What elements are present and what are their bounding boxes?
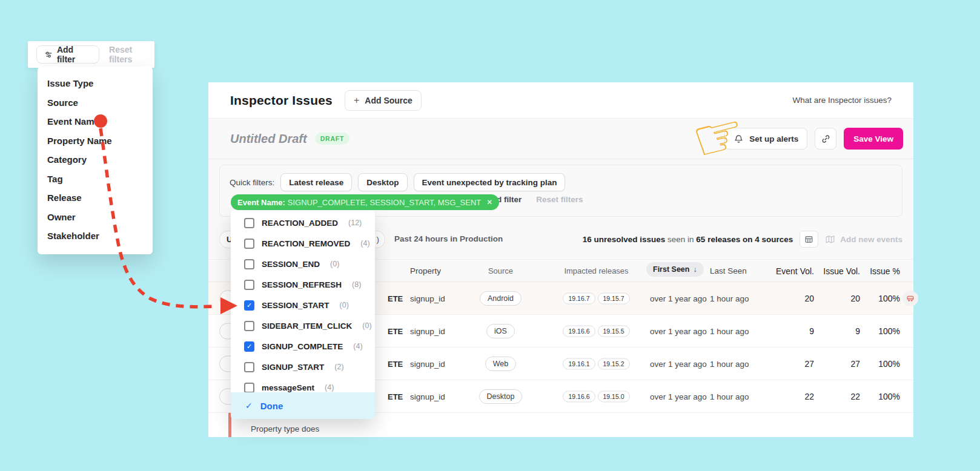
event-option-reaction-removed[interactable]: REACTION_REMOVED(4)	[231, 233, 375, 254]
issue-vol-cell: 27	[820, 359, 860, 369]
property-cell: signup_id	[410, 326, 445, 335]
filter-menu-item-issue-type[interactable]: Issue Type	[38, 74, 153, 93]
impacted-header-label: Impacted releases	[564, 266, 628, 275]
last-seen-cell: 1 hour ago	[710, 294, 749, 303]
filter-menu-item-property-name[interactable]: Property Name	[38, 131, 153, 151]
event-option-session-refresh[interactable]: SESSION_REFRESH(8)	[231, 274, 375, 295]
issue-description-partial: Property type does	[251, 424, 319, 433]
last-seen-cell: 1 hour ago	[710, 392, 749, 401]
checkbox-unchecked[interactable]	[244, 280, 254, 290]
event-option-label: SIDEBAR_ITEM_CLICK	[262, 321, 352, 331]
red-car-icon	[906, 294, 915, 303]
release-chip: 19.16.6	[563, 390, 595, 402]
event-option-signup-complete[interactable]: SIGNUP_COMPLETE(4)	[231, 336, 375, 357]
release-chip: 19.16.7	[563, 292, 595, 304]
source-chip: Android	[480, 291, 521, 306]
done-button[interactable]: ✓ Done	[231, 392, 375, 419]
view-title: Untitled Draft	[230, 132, 307, 146]
filter-menu-item-stakeholder[interactable]: Stakeholder	[38, 226, 153, 246]
page-title: Inspector Issues	[230, 93, 333, 108]
first-seen-cell: over 1 year ago	[650, 294, 707, 303]
issue-pct-cell: 100%	[862, 326, 900, 336]
event-option-count: (2)	[334, 363, 343, 371]
bell-icon	[733, 134, 744, 144]
add-new-events-label: Add new events	[840, 235, 902, 244]
quick-filter-latest-release[interactable]: Latest release	[280, 173, 352, 191]
copy-link-button[interactable]	[815, 128, 836, 150]
add-filter-button[interactable]: Add filter	[36, 45, 99, 64]
event-option-count: (8)	[352, 280, 361, 289]
event-option-count: (0)	[362, 321, 371, 330]
quick-filter-desktop[interactable]: Desktop	[358, 173, 407, 191]
release-chip: 19.15.7	[598, 292, 630, 304]
column-header-impacted-releases: Impacted releases	[558, 266, 634, 275]
what-are-inspector-issues-link[interactable]: What are Inspector issues?	[792, 96, 892, 105]
issue-pct-cell: 100%	[862, 359, 900, 369]
event-name-tail: ETE	[388, 392, 403, 401]
event-option-label: SIGNUP_COMPLETE	[262, 342, 343, 351]
checkbox-unchecked[interactable]	[244, 239, 254, 249]
event-option-session-start[interactable]: SESSION_START(0)	[231, 295, 375, 315]
filter-menu-item-owner[interactable]: Owner	[38, 208, 153, 227]
set-up-alerts-label: Set up alerts	[749, 134, 798, 143]
checkbox-checked[interactable]	[244, 341, 254, 352]
link-icon	[821, 134, 831, 144]
panel-header: Inspector Issues + Add Source What are I…	[208, 82, 913, 119]
draft-badge: DRAFT	[315, 133, 350, 145]
chip-field-label: Event Name:	[237, 198, 285, 207]
save-view-button[interactable]: Save View	[844, 128, 903, 150]
event-option-label: messageSent	[262, 383, 314, 392]
source-chip: iOS	[486, 324, 515, 338]
reset-filters-button-disabled: Reset filters	[109, 45, 154, 64]
filter-type-menu: Issue Type Source Event Name Property Na…	[38, 67, 153, 254]
add-new-events-button-disabled: Add new events	[825, 234, 902, 245]
issue-vol-cell: 9	[820, 326, 860, 336]
event-option-count: (4)	[360, 239, 369, 248]
filter-menu-item-release[interactable]: Release	[38, 188, 153, 208]
last-seen-cell: 1 hour ago	[710, 359, 749, 368]
event-option-label: SESSION_REFRESH	[262, 280, 342, 289]
release-chip: 19.16.6	[563, 325, 595, 337]
issues-summary: 16 unresolved issues seen in 65 releases…	[583, 235, 793, 244]
property-cell: signup_id	[410, 359, 445, 368]
event-name-multiselect-dropdown: REACTION_ADDED(12) REACTION_REMOVED(4) S…	[231, 210, 375, 419]
checkbox-unchecked[interactable]	[244, 218, 254, 228]
car-icon-badge	[902, 291, 918, 306]
filter-menu-item-source[interactable]: Source	[38, 93, 153, 113]
filter-menu-item-category[interactable]: Category	[38, 150, 153, 170]
column-header-event-vol: Event Vol.	[772, 266, 814, 276]
add-filter-label: Add filter	[57, 45, 91, 64]
filter-menu-item-event-name[interactable]: Event Name	[38, 112, 153, 131]
chip-values: SIGNUP_COMPLETE, SESSION_START, MSG_SENT	[288, 198, 482, 207]
active-filter-chip-event-name[interactable]: Event Name: SIGNUP_COMPLETE, SESSION_STA…	[231, 194, 499, 210]
issue-vol-cell: 22	[820, 392, 860, 401]
event-option-count: (0)	[330, 260, 339, 268]
summary-count: 16 unresolved issues	[583, 235, 666, 244]
column-header-first-seen-sort[interactable]: First Seen ↓	[646, 262, 704, 277]
event-option-sidebar-item-click[interactable]: SIDEBAR_ITEM_CLICK(0)	[231, 315, 375, 336]
event-option-signup-start[interactable]: SIGNUP_START(2)	[231, 357, 375, 377]
column-header-property: Property	[410, 266, 441, 275]
event-option-session-end[interactable]: SESSION_END(0)	[231, 254, 375, 274]
event-vol-cell: 22	[772, 392, 814, 401]
release-chip: 19.15.2	[598, 358, 630, 369]
add-source-label: Add Source	[365, 96, 412, 105]
set-up-alerts-button[interactable]: Set up alerts	[724, 128, 807, 150]
checkbox-unchecked[interactable]	[244, 383, 254, 393]
event-option-reaction-added[interactable]: REACTION_ADDED(12)	[231, 212, 375, 233]
checkbox-unchecked[interactable]	[244, 259, 254, 269]
first-seen-label: First Seen	[653, 265, 689, 274]
checkbox-unchecked[interactable]	[244, 362, 254, 372]
checkbox-unchecked[interactable]	[244, 321, 254, 331]
filter-menu-item-tag[interactable]: Tag	[38, 170, 153, 189]
table-view-button[interactable]	[800, 231, 818, 248]
event-option-label: SESSION_START	[262, 301, 329, 310]
issue-vol-cell: 20	[820, 294, 860, 303]
view-toolbar: Untitled Draft DRAFT Set up alerts Save …	[208, 119, 913, 159]
close-icon[interactable]: ✕	[486, 198, 492, 206]
add-source-button[interactable]: + Add Source	[345, 90, 422, 111]
check-icon: ✓	[245, 401, 253, 410]
quick-filter-event-unexpected[interactable]: Event unexpected by tracking plan	[414, 173, 566, 191]
checkbox-checked[interactable]	[244, 300, 254, 311]
property-cell: signup_id	[410, 392, 445, 401]
